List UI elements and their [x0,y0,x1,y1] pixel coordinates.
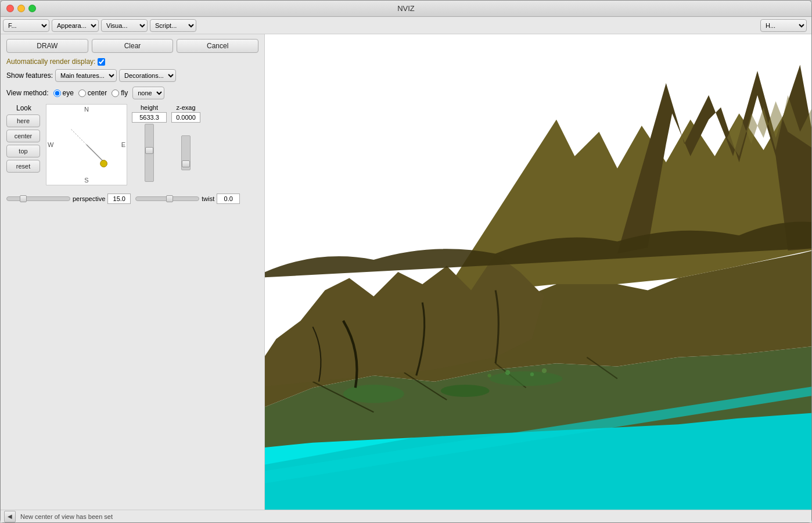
svg-point-20 [441,385,490,397]
height-slider[interactable] [145,124,154,182]
scroll-left-button[interactable]: ◀ [4,511,16,522]
maximize-button[interactable] [28,5,36,12]
compass[interactable]: N S W E [46,104,127,185]
auto-render-label: Automatically render display: [6,58,95,66]
svg-point-21 [505,370,510,375]
titlebar: NVIZ [1,1,811,17]
slider-row: perspective twist [1,190,264,207]
close-button[interactable] [6,5,14,12]
twist-label: twist [202,195,214,202]
svg-point-23 [542,368,547,373]
status-message: New center of view has been set [20,513,113,520]
twist-thumb[interactable] [166,195,173,202]
look-center-button[interactable]: center [6,130,40,142]
menu-file[interactable]: F... [3,19,49,32]
toolbar-row: DRAW Clear Cancel [1,34,264,56]
draw-button[interactable]: DRAW [6,39,88,53]
twist-slider[interactable] [135,196,199,201]
look-reset-button[interactable]: reset [6,160,40,173]
auto-render-checkbox[interactable] [98,58,105,66]
zexag-input[interactable] [171,112,200,123]
auto-render-row: Automatically render display: [1,56,264,67]
svg-point-24 [487,374,491,377]
menu-script[interactable]: Script... [150,19,196,32]
show-features-label: Show features: [6,71,53,80]
view-method-row: View method: eye center fly none [1,84,264,102]
menubar: F... Appeara... Visua... Script... H... [1,17,811,34]
look-top-button[interactable]: top [6,145,40,157]
left-panel: DRAW Clear Cancel Automatically render d… [1,34,265,510]
svg-point-2 [100,160,107,167]
terrain-view[interactable] [265,34,811,510]
window-title: NVIZ [397,4,415,13]
menu-appearance[interactable]: Appeara... [52,19,99,32]
zexag-slider[interactable] [181,135,191,170]
view-method-center[interactable]: center [78,89,107,97]
view-method-eye[interactable]: eye [53,89,74,97]
svg-point-19 [490,371,563,386]
decorations-select[interactable]: Decorations... [119,69,176,82]
terrain-svg [265,34,811,510]
look-here-button[interactable]: here [6,114,40,127]
minimize-button[interactable] [17,5,25,12]
window-controls [6,5,36,12]
look-label: Look [6,104,41,112]
cancel-button[interactable]: Cancel [177,39,258,53]
svg-line-1 [70,128,87,145]
perspective-input[interactable] [107,194,131,204]
perspective-thumb[interactable] [20,195,27,202]
zexag-label: z-exag [176,104,195,111]
view-method-label: View method: [6,89,49,97]
main-features-select[interactable]: Main features... [55,69,117,82]
perspective-label: perspective [73,195,105,202]
height-panel: height [132,104,167,182]
menu-visual[interactable]: Visua... [101,19,148,32]
twist-container: twist [135,194,240,204]
perspective-slider[interactable] [6,196,70,201]
status-bar: ◀ New center of view has been set [1,510,811,522]
nav-section: Look here center top reset N S W E [1,102,264,190]
view-method-none-select[interactable]: none [132,87,164,99]
view-method-fly[interactable]: fly [112,89,128,97]
menu-help[interactable]: H... [760,19,807,32]
clear-button[interactable]: Clear [92,39,174,53]
height-slider-thumb[interactable] [145,147,153,154]
zexag-panel: z-exag [171,104,200,170]
svg-line-0 [87,145,104,162]
height-label: height [141,104,158,111]
main-window: NVIZ F... Appeara... Visua... Script... … [0,0,812,523]
content-area: DRAW Clear Cancel Automatically render d… [1,34,811,510]
perspective-container: perspective [6,194,131,204]
compass-area: N S W E [46,104,127,185]
look-panel: Look here center top reset [6,104,41,173]
twist-input[interactable] [217,194,240,204]
svg-point-22 [530,372,534,376]
svg-point-18 [343,385,404,403]
zexag-slider-thumb[interactable] [182,160,190,167]
height-input[interactable] [132,112,167,123]
compass-svg[interactable] [46,105,127,185]
show-features-row: Show features: Main features... Decorati… [1,67,264,84]
